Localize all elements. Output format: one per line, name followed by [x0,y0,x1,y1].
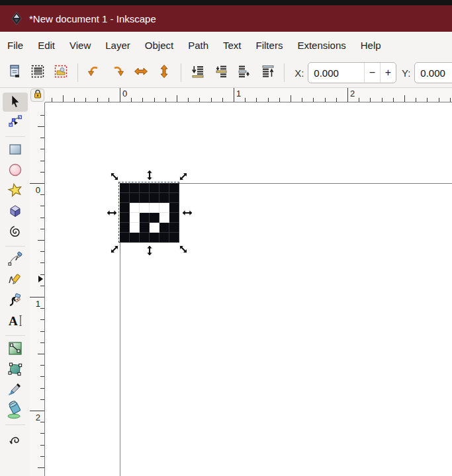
object-cell-black [169,193,179,203]
selection-handle-bottom-right[interactable] [176,242,191,257]
tweak-tool-icon [7,429,24,449]
tool-pen-bezier[interactable] [3,251,28,270]
object-cell-black [150,193,159,203]
ellipse-tool-icon [7,162,23,180]
deselect-button[interactable] [50,61,73,85]
pen-bezier-tool-icon [7,251,24,270]
selection-handle-bottom[interactable] [144,245,155,256]
object-cell-black [140,193,150,203]
raise-one-step-button[interactable] [233,61,256,85]
rotate-cw-button[interactable] [106,61,129,85]
object-cell-white [159,203,169,213]
select-all-button[interactable] [3,61,26,85]
tool-pencil[interactable] [3,271,28,290]
horizontal-ruler[interactable]: 012 [45,88,452,102]
select-all-layers-button[interactable] [26,61,49,85]
object-cell-black [140,233,150,243]
object-cell-white [130,203,140,213]
object-cell-black [130,193,140,203]
menu-object[interactable]: Object [138,36,181,55]
hruler-label: 0 [122,89,127,99]
spiral-tool-icon [7,223,24,243]
object-cell-white [150,203,159,213]
tool-rectangle[interactable] [3,141,28,160]
menu-filters[interactable]: Filters [249,36,291,55]
title-bar[interactable]: *New document 1 - Inkscape [0,5,452,32]
object-cell-black [159,193,169,203]
object-cell-black [150,213,159,223]
flip-horizontal-button[interactable] [129,61,152,85]
object-cell-black [169,203,179,213]
lower-one-step-button[interactable] [209,61,232,85]
menu-path[interactable]: Path [181,36,216,55]
object-cell-black [120,233,130,243]
tool-calligraphy[interactable] [3,292,28,311]
select-all-layers-icon [30,63,46,82]
x-decrement-button[interactable]: − [364,63,380,83]
window-title: *New document 1 - Inkscape [29,13,156,24]
inkscape-window: *New document 1 - Inkscape File Edit Vie… [0,0,452,476]
inkscape-logo-icon [9,11,24,26]
tool-ellipse[interactable] [3,161,28,180]
object-cell-black [159,233,169,243]
selection-handle-top[interactable] [144,170,155,180]
text-tool-icon: A [7,312,24,332]
lower-one-step-icon [213,63,229,82]
selection-handle-right[interactable] [182,208,193,218]
canvas[interactable] [45,102,452,476]
lock-rulers-button[interactable] [30,89,44,102]
tool-spiral[interactable] [3,223,28,242]
raise-to-top-button[interactable] [256,61,279,85]
tool-star[interactable] [3,182,28,201]
x-increment-button[interactable]: + [380,63,396,83]
flip-horizontal-icon [133,63,149,82]
menu-layer[interactable]: Layer [98,36,138,55]
star-tool-icon [7,182,24,202]
object-cell-black [120,193,130,203]
tool-text[interactable]: A [3,312,28,331]
vruler-label: 2 [36,413,40,422]
lower-to-bottom-icon [190,63,206,82]
tool-paint-bucket[interactable] [3,401,28,420]
selected-object[interactable] [120,183,179,243]
menu-file[interactable]: File [0,36,30,55]
toolbox-separator [5,136,25,137]
menu-edit[interactable]: Edit [30,36,62,55]
lower-to-bottom-button[interactable] [186,61,209,85]
object-cell-white [130,223,140,233]
tool-tweak[interactable] [3,429,28,448]
flip-vertical-button[interactable] [153,61,176,85]
object-cell-black [140,213,150,223]
menu-view[interactable]: View [62,36,98,55]
object-cell-black [169,233,179,243]
menu-help[interactable]: Help [353,36,388,55]
menu-extensions[interactable]: Extensions [290,36,353,55]
toolbar-separator [77,63,78,82]
tool-mesh-gradient[interactable] [3,360,28,379]
vruler-label: 0 [36,185,40,195]
tool-box-3d[interactable] [3,202,28,221]
selector-arrow-icon [7,93,23,112]
x-coordinate-input[interactable]: 0.000 [308,67,364,79]
rotate-ccw-button[interactable] [83,61,106,85]
raise-to-top-icon [260,63,276,82]
tool-box: A [0,88,30,476]
tool-selector[interactable] [3,93,28,112]
rotate-ccw-icon [86,63,102,82]
menu-text[interactable]: Text [216,36,249,55]
tool-node-editor[interactable] [3,113,28,132]
object-cell-black [159,223,169,233]
tool-dropper[interactable] [3,381,28,400]
flip-vertical-icon [156,63,172,82]
tool-gradient[interactable] [3,340,28,359]
toolbox-separator [5,335,25,336]
vertical-ruler[interactable]: 012 [30,102,45,476]
object-cell-white [130,213,140,223]
object-cell-black [140,183,150,193]
selection-handle-left[interactable] [107,208,117,218]
y-coordinate-label: Y: [402,67,410,79]
object-cell-black [169,223,179,233]
ruler-corner [30,88,45,102]
y-coordinate-input[interactable]: 0.000 [415,67,452,79]
object-cell-black [120,223,130,233]
